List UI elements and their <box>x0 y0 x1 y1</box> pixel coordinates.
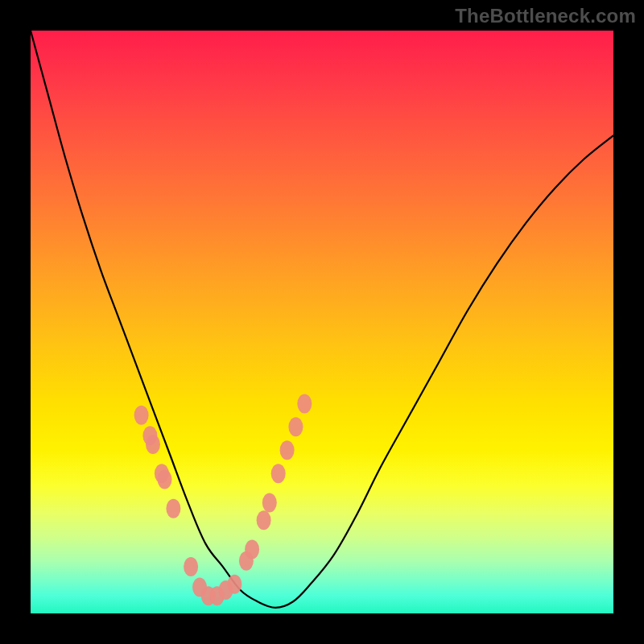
markers-left <box>134 406 216 606</box>
chart-svg <box>31 31 613 613</box>
marker-dot <box>280 440 295 460</box>
plot-area <box>31 31 613 613</box>
marker-dot <box>245 539 259 559</box>
marker-dot <box>271 464 286 483</box>
marker-dot <box>184 557 198 576</box>
curve-line <box>31 31 613 608</box>
marker-dot <box>166 499 180 518</box>
marker-dot <box>227 575 242 594</box>
marker-dot <box>262 493 277 512</box>
marker-dot <box>158 470 172 489</box>
marker-dot <box>257 510 271 530</box>
markers-right <box>210 394 312 605</box>
marker-dot <box>146 435 160 454</box>
chart-frame: TheBottleneck.com <box>0 0 644 644</box>
marker-dot <box>134 406 149 425</box>
watermark-text: TheBottleneck.com <box>455 5 636 27</box>
marker-dot <box>297 394 312 413</box>
marker-dot <box>288 417 303 436</box>
